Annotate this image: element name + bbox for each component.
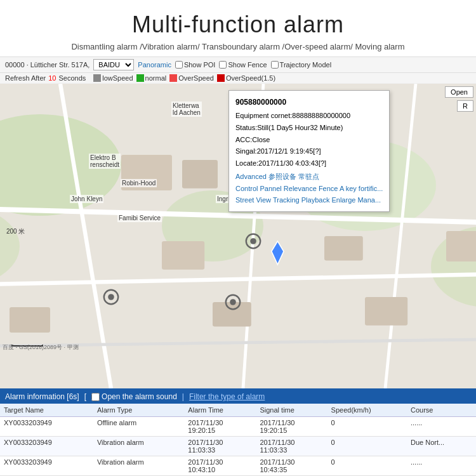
show-poi-label[interactable]: Show POI (175, 61, 216, 69)
alarm-table: Target Name Alarm Type Alarm Time Signal… (0, 404, 476, 476)
alarm-cell-2-4: 0 (327, 456, 407, 476)
popup-link-enlarge[interactable]: Enlarge (331, 196, 355, 204)
popup-link-fortify[interactable]: A key fortific... (340, 185, 383, 192)
svg-point-28 (250, 238, 256, 244)
col-alarm-time: Alarm Time (184, 404, 256, 417)
alarm-cell-0-4: 0 (327, 417, 407, 437)
place-robinhood: Robin-Hood (121, 179, 157, 187)
alarm-sound-text: Open the alarm sound (102, 392, 177, 401)
alarm-cell-1-3: 2017/11/30 11:03:33 (256, 437, 327, 456)
alarm-row-0: XY0033203949Offline alarm2017/11/30 19:2… (0, 417, 476, 437)
col-course: Course (407, 404, 476, 417)
legend-overspeed: OverSpeed (169, 74, 214, 82)
popup-links-2: Control Pannel Relevance Fence A key for… (235, 183, 383, 195)
popup-link-track[interactable]: Tracking (273, 196, 300, 204)
svg-rect-17 (182, 160, 218, 188)
svg-rect-25 (213, 302, 251, 326)
popup-locate: Locate:2017/11/30 4:03:43[?] (235, 157, 383, 169)
popup-acc: ACC:Close (235, 134, 383, 146)
open-button[interactable]: Open (445, 86, 473, 98)
col-speed: Speed(km/h) (327, 404, 407, 417)
col-alarm-type: Alarm Type (93, 404, 184, 417)
legend-container: lowSpeed normal OverSpeed OverSpeed(1.5) (93, 74, 275, 82)
trajectory-label[interactable]: Trajectory Model (271, 61, 332, 69)
alarm-row-1: XY0033203949Vibration alarm2017/11/30 11… (0, 437, 476, 456)
alarm-cell-1-4: 0 (327, 437, 407, 456)
col-target-name: Target Name (0, 404, 93, 417)
alarm-cell-0-2: 2017/11/30 19:20:15 (184, 417, 256, 437)
legend-overspeed15: OverSpeed(1.5) (217, 74, 275, 82)
map-area[interactable]: Kletterwald Aachen Elektro Brenscheidt R… (0, 84, 476, 388)
filter-link[interactable]: Filter the type of alarm (189, 392, 265, 401)
popup-link-fence[interactable]: Relevance Fence (284, 185, 338, 192)
popup-links-1: Advanced 参照设备 常驻点 (235, 171, 383, 183)
panoramic-link[interactable]: Panoramic (138, 61, 171, 69)
svg-rect-26 (365, 297, 407, 326)
overspeed15-dot (217, 74, 225, 82)
popup-box: 905880000000 Equipment cornet:8888888800… (228, 90, 390, 212)
copyright-label: 百度 - GS(2016)2089号 · 甲测 (3, 343, 79, 352)
scale-label: 200 米 (5, 227, 26, 237)
alarm-sound-checkbox[interactable] (91, 393, 100, 401)
alarm-cell-1-2: 2017/11/30 11:03:33 (184, 437, 256, 456)
map-toolbar: 00000 · Lütticher Str. 517A, BAIDU Googl… (0, 56, 476, 73)
popup-signal: Singal:2017/12/1 9:19:45[?] (235, 145, 383, 157)
show-poi-checkbox[interactable] (175, 61, 183, 69)
popup-link-ref-device[interactable]: 参照设备 (268, 173, 296, 180)
trajectory-checkbox[interactable] (271, 61, 279, 69)
alarm-row-2: XY0033203949Vibration alarm2017/11/30 10… (0, 456, 476, 476)
alarm-cell-2-1: Vibration alarm (93, 456, 184, 476)
svg-rect-23 (446, 231, 476, 261)
alarm-cell-0-5: ...... (407, 417, 476, 437)
normal-dot (136, 74, 144, 82)
place-elektro: Elektro Brenscheidt (89, 154, 121, 169)
svg-point-32 (108, 294, 114, 300)
r-button[interactable]: R (457, 100, 473, 112)
show-fence-label[interactable]: Show Fence (219, 61, 267, 69)
alarm-cell-2-0: XY0033203949 (0, 456, 93, 476)
popup-link-control[interactable]: Control Pannel (235, 185, 282, 192)
alarm-sound-label[interactable]: Open the alarm sound (91, 392, 177, 401)
address-label: 00000 · Lütticher Str. 517A, (5, 61, 89, 69)
alarm-table-body: XY0033203949Offline alarm2017/11/30 19:2… (0, 417, 476, 476)
svg-point-34 (230, 299, 236, 305)
alarm-cell-1-1: Vibration alarm (93, 437, 184, 456)
map-provider-select[interactable]: BAIDU Google OSM (93, 59, 134, 70)
alarm-separator: | (182, 392, 184, 401)
alarm-cell-2-2: 2017/11/30 10:43:10 (184, 456, 256, 476)
legend-normal: normal (136, 74, 167, 82)
popup-link-street[interactable]: Street View (235, 196, 271, 204)
popup-link-playback[interactable]: Playback (301, 196, 330, 204)
col-signal-time: Signal time (256, 404, 327, 417)
refresh-row: Refresh After 10 Seconds lowSpeed normal… (0, 73, 476, 84)
legend: lowSpeed normal OverSpeed OverSpeed(1.5) (93, 74, 275, 82)
alarm-header: Alarm information [6s] [ Open the alarm … (0, 390, 476, 404)
svg-rect-24 (10, 307, 50, 333)
alarm-cell-1-5: Due Nort... (407, 437, 476, 456)
alarm-header-sep1: [ (84, 392, 86, 401)
alarm-cell-0-0: XY0033203949 (0, 417, 93, 437)
legend-lowspeed: lowSpeed (93, 74, 133, 82)
overspeed-dot (169, 74, 177, 82)
alarm-cell-0-3: 2017/11/30 19:20:15 (256, 417, 327, 437)
svg-rect-22 (324, 236, 363, 260)
page-container: Multi-function alarm Dismantling alarm /… (0, 0, 476, 476)
show-fence-checkbox[interactable] (219, 61, 227, 69)
lowspeed-dot (93, 74, 101, 82)
popup-link-manage[interactable]: Mana... (357, 196, 381, 204)
alarm-cell-2-3: 2017/11/30 10:43:35 (256, 456, 327, 476)
page-title: Multi-function alarm (6, 11, 470, 38)
popup-links-3: Street View Tracking Playback Enlarge Ma… (235, 194, 383, 206)
refresh-label: Refresh After (5, 74, 46, 82)
page-subtitle: Dismantling alarm /Vibration alarm/ Tran… (6, 42, 470, 51)
popup-link-advanced[interactable]: Advanced (235, 173, 267, 180)
alarm-table-header-row: Target Name Alarm Type Alarm Time Signal… (0, 404, 476, 417)
refresh-unit: Seconds (58, 74, 86, 82)
place-famibi: Famibi Service (117, 214, 162, 222)
popup-link-resident[interactable]: 常驻点 (298, 173, 319, 180)
popup-device-id: 905880000000 (235, 96, 383, 109)
refresh-seconds: 10 (48, 74, 56, 82)
popup-status: Status:Still(1 Day5 Hour32 Minute) (235, 122, 383, 134)
alarm-panel: Alarm information [6s] [ Open the alarm … (0, 388, 476, 476)
alarm-cell-2-5: ...... (407, 456, 476, 476)
